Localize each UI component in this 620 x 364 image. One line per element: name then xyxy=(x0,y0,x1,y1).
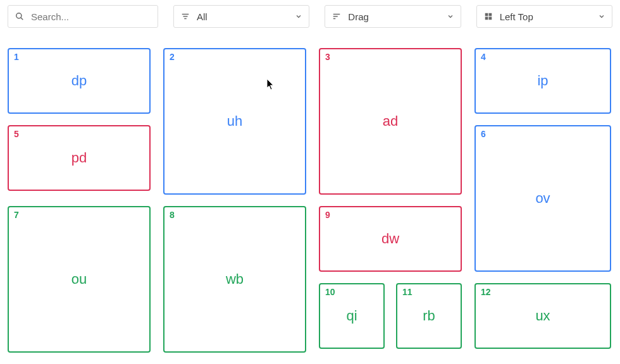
search-box[interactable] xyxy=(8,5,158,28)
card-4[interactable]: 4ip xyxy=(474,48,611,114)
card-label: qi xyxy=(346,308,357,324)
card-index: 12 xyxy=(481,287,491,297)
card-5[interactable]: 5pd xyxy=(8,125,151,191)
card-index: 8 xyxy=(170,210,175,220)
card-label: rb xyxy=(423,308,435,324)
card-index: 5 xyxy=(14,129,19,139)
search-icon xyxy=(15,11,25,21)
filter-label: All xyxy=(197,11,208,22)
card-1[interactable]: 1dp xyxy=(8,48,151,114)
card-9[interactable]: 9dw xyxy=(319,206,462,272)
card-index: 1 xyxy=(14,52,19,62)
mode-label: Drag xyxy=(348,11,369,22)
card-label: uh xyxy=(227,113,242,130)
card-label: ip xyxy=(537,73,548,89)
sort-icon xyxy=(332,11,342,21)
card-label: pd xyxy=(71,150,87,166)
card-index: 11 xyxy=(402,287,412,297)
card-12[interactable]: 12ux xyxy=(474,283,611,349)
card-2[interactable]: 2uh xyxy=(163,48,306,195)
card-7[interactable]: 7ou xyxy=(8,206,151,353)
card-3[interactable]: 3ad xyxy=(319,48,462,195)
card-index: 6 xyxy=(481,129,486,139)
card-index: 7 xyxy=(14,210,19,220)
card-index: 4 xyxy=(481,52,486,62)
card-label: ov xyxy=(535,190,550,207)
filter-icon xyxy=(180,11,190,21)
chevron-down-icon xyxy=(598,11,605,22)
card-index: 10 xyxy=(325,287,335,297)
card-label: ad xyxy=(383,113,398,130)
card-label: wb xyxy=(226,271,244,288)
card-8[interactable]: 8wb xyxy=(163,206,306,353)
svg-rect-9 xyxy=(488,13,492,16)
card-6[interactable]: 6ov xyxy=(474,125,611,272)
mode-select[interactable]: Drag xyxy=(325,5,461,28)
card-grid: 1dp2uh3ad4ip5pd6ov7ou8wb9dw10qi11rb12ux xyxy=(8,48,612,364)
card-label: ou xyxy=(71,271,87,288)
align-select[interactable]: Left Top xyxy=(476,5,612,28)
card-index: 2 xyxy=(170,52,175,62)
card-11[interactable]: 11rb xyxy=(396,283,462,349)
chevron-down-icon xyxy=(447,11,454,22)
card-10[interactable]: 10qi xyxy=(319,283,385,349)
align-label: Left Top xyxy=(500,11,533,22)
grid-icon xyxy=(483,11,493,21)
card-index: 3 xyxy=(325,52,330,62)
card-label: dp xyxy=(71,73,87,89)
card-label: dw xyxy=(381,231,399,247)
chevron-down-icon xyxy=(295,11,302,22)
filter-select[interactable]: All xyxy=(173,5,309,28)
svg-rect-11 xyxy=(488,17,492,20)
card-index: 9 xyxy=(325,210,330,220)
svg-rect-8 xyxy=(485,13,488,16)
toolbar: All Drag Left Top xyxy=(0,0,620,33)
card-label: ux xyxy=(535,308,550,324)
svg-point-0 xyxy=(16,13,22,18)
svg-rect-10 xyxy=(485,17,488,20)
search-input[interactable] xyxy=(31,11,151,22)
svg-line-1 xyxy=(21,18,23,20)
